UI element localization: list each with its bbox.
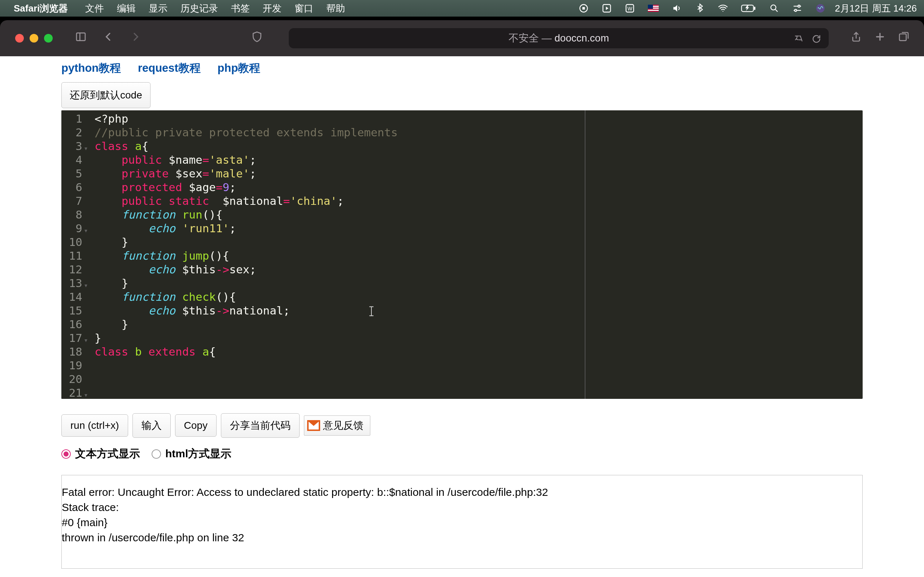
app-name[interactable]: Safari浏览器 [14,2,79,15]
svg-point-7 [771,5,776,10]
svg-rect-1 [583,7,585,10]
tutorial-links: python教程 request教程 php教程 [61,56,863,82]
radio-icon [61,449,71,459]
bluetooth-icon[interactable] [688,3,711,13]
wifi-icon[interactable] [711,3,735,13]
new-tab-icon[interactable] [874,31,886,45]
siri-icon[interactable] [809,3,832,13]
battery-icon[interactable] [735,4,762,12]
spotlight-icon[interactable] [762,3,786,13]
radio-text-mode[interactable]: 文本方式显示 [61,446,140,461]
link-request[interactable]: request教程 [138,62,201,74]
window-minimize-button[interactable] [30,34,38,43]
macos-menubar: Safari浏览器 文件 编辑 显示 历史记录 书签 开发 窗口 帮助 W 2月… [0,0,924,16]
web-page-content: python教程 request教程 php教程 还原到默认code 12345… [0,56,924,577]
browser-toolbar: 不安全 — dooccn.com [0,20,924,56]
link-python[interactable]: python教程 [61,62,121,74]
svg-point-8 [798,5,800,7]
output-mode-radios: 文本方式显示 html方式显示 [61,446,863,461]
svg-rect-13 [900,34,906,41]
editor-split-divider[interactable] [585,110,585,399]
share-code-button[interactable]: 分享当前代码 [221,413,300,438]
svg-rect-6 [754,7,756,10]
menu-edit[interactable]: 编辑 [110,2,142,15]
feedback-label: 意见反馈 [323,419,363,432]
tab-overview-icon[interactable] [898,31,909,45]
wps-tray-icon[interactable]: W [618,3,641,13]
window-controls [15,34,53,43]
menubar-clock[interactable]: 2月12日 周五 14:26 [832,2,917,15]
sidebar-toggle-icon[interactable] [71,31,91,45]
copy-button[interactable]: Copy [175,414,216,437]
input-button[interactable]: 输入 [132,413,171,438]
run-button[interactable]: run (ctrl+x) [61,414,128,437]
mail-icon [307,420,320,431]
link-php[interactable]: php教程 [218,62,261,74]
menu-file[interactable]: 文件 [79,2,110,15]
svg-text:W: W [628,6,633,11]
window-zoom-button[interactable] [44,34,53,43]
output-panel: Fatal error: Uncaught Error: Access to u… [61,475,863,569]
menu-help[interactable]: 帮助 [320,2,352,15]
share-icon[interactable] [850,31,862,45]
menu-bookmarks[interactable]: 书签 [225,2,256,15]
volume-icon[interactable] [665,3,688,13]
svg-point-9 [795,10,797,11]
reset-code-button[interactable]: 还原到默认code [61,82,150,108]
address-text: 不安全 — dooccn.com [509,31,609,45]
menu-view[interactable]: 显示 [142,2,174,15]
privacy-shield-icon[interactable] [247,31,267,45]
input-source-icon[interactable] [641,5,665,12]
feedback-button[interactable]: 意见反馈 [304,416,370,436]
translate-icon[interactable] [794,32,804,44]
menu-history[interactable]: 历史记录 [174,2,225,15]
code-editor[interactable]: 123456789101112131415161718192021 <?php/… [61,110,863,399]
radio-icon [152,449,161,459]
reload-icon[interactable] [811,32,822,44]
editor-code-area[interactable]: <?php//public private protected extends … [90,110,398,399]
svg-rect-11 [76,33,85,40]
control-center-icon[interactable] [786,3,809,13]
menu-develop[interactable]: 开发 [256,2,288,15]
radio-html-mode[interactable]: html方式显示 [152,446,231,461]
editor-button-bar: run (ctrl+x) 输入 Copy 分享当前代码 意见反馈 [61,413,863,438]
forward-button[interactable] [126,31,146,45]
screen-record-icon[interactable] [572,3,595,13]
menu-window[interactable]: 窗口 [288,2,320,15]
back-button[interactable] [98,31,118,45]
window-close-button[interactable] [15,34,24,43]
address-bar[interactable]: 不安全 — dooccn.com [289,28,829,48]
play-tray-icon[interactable] [595,3,618,13]
editor-gutter: 123456789101112131415161718192021 [61,110,90,399]
